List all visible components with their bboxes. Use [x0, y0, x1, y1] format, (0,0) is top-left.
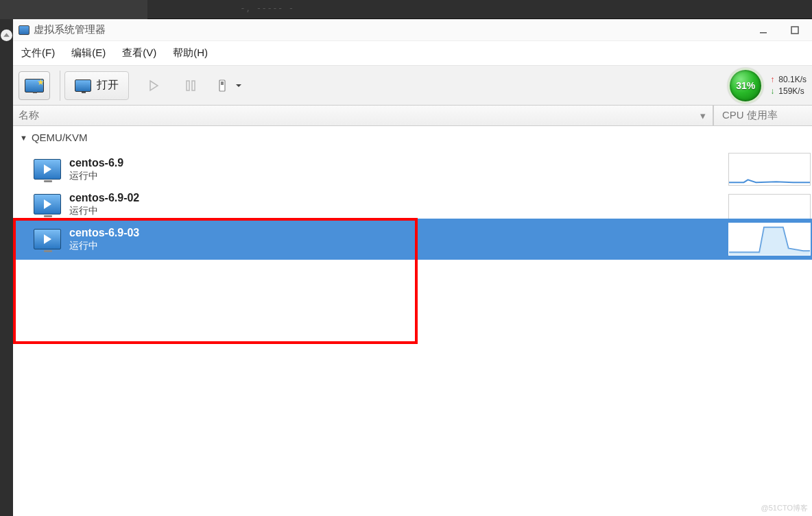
vm-texts: centos-6.9-02运行中 — [69, 191, 139, 217]
vm-texts: centos-6.9运行中 — [69, 156, 123, 182]
chevron-down-icon — [235, 82, 243, 90]
system-gauge[interactable]: 31% — [728, 68, 763, 103]
vm-monitor-icon — [34, 194, 61, 214]
menu-view[interactable]: 查看(V) — [122, 47, 156, 60]
play-icon — [44, 234, 51, 244]
shutdown-button[interactable] — [215, 73, 243, 98]
maximize-button[interactable] — [790, 25, 800, 35]
vm-status: 运行中 — [69, 240, 139, 252]
gauge-value: 31% — [736, 80, 755, 91]
arrow-down-icon: ↓ — [770, 86, 774, 97]
monitor-new-icon: ★ — [25, 79, 44, 93]
column-cpu-label: CPU 使用率 — [722, 109, 778, 122]
outer-faint-text: -, ----- - — [240, 3, 294, 13]
toolbar: ★ 打开 31% — [13, 66, 812, 106]
vm-monitor-icon — [34, 159, 61, 180]
vm-status: 运行中 — [69, 170, 123, 182]
play-icon — [44, 199, 51, 209]
outer-left-strip — [0, 19, 13, 516]
vm-row[interactable]: centos-6.9-02运行中 — [13, 190, 812, 219]
virt-manager-window: 虚拟系统管理器 文件(F) 编辑(E) 查看(V) 帮助(H) ★ — [13, 19, 812, 516]
vm-status: 运行中 — [69, 205, 139, 217]
outer-top-bar: -, ----- - — [0, 0, 812, 19]
watermark: @51CTO博客 — [761, 503, 808, 513]
svg-rect-5 — [221, 82, 224, 85]
svg-rect-3 — [192, 81, 195, 90]
minimize-button[interactable] — [759, 25, 768, 35]
monitor-open-icon — [75, 79, 91, 92]
menu-help[interactable]: 帮助(H) — [173, 47, 208, 60]
cpu-sparkline — [728, 153, 811, 186]
open-label: 打开 — [97, 78, 119, 93]
play-icon — [44, 164, 51, 174]
net-upload-value: 80.1K/s — [778, 74, 807, 86]
vm-name: centos-6.9-03 — [69, 226, 139, 240]
column-cpu[interactable]: CPU 使用率 — [713, 106, 812, 125]
net-download-row: ↓ 159K/s — [770, 86, 807, 97]
column-headers: 名称 ▾ CPU 使用率 — [13, 106, 812, 126]
titlebar: 虚拟系统管理器 — [13, 19, 812, 41]
open-button[interactable]: 打开 — [64, 71, 129, 100]
arrow-up-icon: ↑ — [770, 74, 774, 86]
star-icon: ★ — [37, 77, 45, 87]
svg-rect-0 — [760, 32, 767, 34]
window-title: 虚拟系统管理器 — [34, 23, 106, 36]
connection-row[interactable]: ▼ QEMU/KVM — [13, 126, 812, 149]
window-controls — [759, 25, 807, 35]
connection-label: QEMU/KVM — [32, 132, 88, 143]
vm-row[interactable]: centos-6.9-03运行中 — [13, 219, 812, 260]
toolbar-right: 31% ↑ 80.1K/s ↓ 159K/s — [728, 66, 812, 106]
vm-monitor-icon — [34, 229, 61, 249]
chevron-down-icon: ▼ — [20, 134, 27, 142]
column-name-label: 名称 — [19, 109, 39, 122]
new-vm-button[interactable]: ★ — [19, 71, 50, 100]
menu-edit[interactable]: 编辑(E) — [71, 47, 106, 60]
sort-icon: ▾ — [700, 110, 706, 122]
cpu-sparkline — [728, 223, 811, 256]
net-download-value: 159K/s — [778, 86, 804, 97]
scroll-up-icon[interactable] — [1, 29, 12, 41]
vm-texts: centos-6.9-03运行中 — [69, 226, 139, 252]
app-icon — [19, 25, 29, 35]
menubar: 文件(F) 编辑(E) 查看(V) 帮助(H) — [13, 41, 812, 66]
network-stats: ↑ 80.1K/s ↓ 159K/s — [770, 74, 807, 97]
toolbar-separator — [60, 71, 60, 101]
menu-file[interactable]: 文件(F) — [21, 47, 55, 60]
vm-row[interactable]: centos-6.9运行中 — [13, 149, 812, 190]
svg-rect-2 — [187, 81, 189, 90]
outer-tab — [0, 0, 147, 19]
desktop-background: -, ----- - 虚拟系统管理器 文件(F) 编辑(E) 查看(V) — [0, 0, 812, 516]
run-button[interactable] — [141, 73, 166, 98]
cpu-sparkline — [728, 194, 811, 219]
svg-rect-1 — [791, 27, 798, 34]
net-upload-row: ↑ 80.1K/s — [770, 74, 807, 86]
column-name[interactable]: 名称 ▾ — [13, 109, 713, 122]
pause-button[interactable] — [178, 73, 203, 98]
vm-list: ▼ QEMU/KVM centos-6.9运行中centos-6.9-02运行中… — [13, 126, 812, 260]
vm-name: centos-6.9 — [69, 156, 123, 170]
vm-name: centos-6.9-02 — [69, 191, 139, 205]
